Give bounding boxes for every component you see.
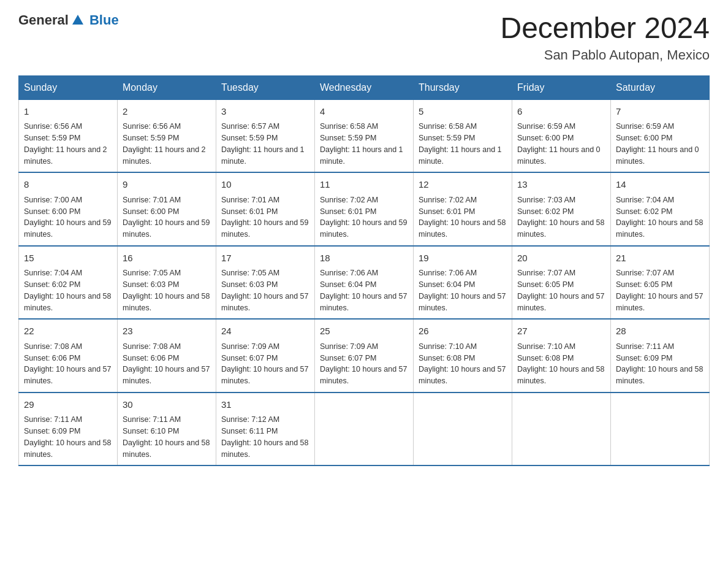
day-number: 18 [320,251,408,266]
day-number: 8 [24,178,112,192]
day-number: 7 [616,105,704,119]
calendar-week-1: 1 Sunrise: 6:56 AMSunset: 5:59 PMDayligh… [19,99,710,172]
day-info: Sunrise: 7:03 AMSunset: 6:02 PMDaylight:… [517,196,604,239]
day-info: Sunrise: 6:56 AMSunset: 5:59 PMDaylight:… [123,122,206,165]
calendar-cell: 8 Sunrise: 7:00 AMSunset: 6:00 PMDayligh… [19,172,118,246]
page-header: General Blue December 2024 San Pablo Aut… [18,12,710,63]
day-info: Sunrise: 7:11 AMSunset: 6:10 PMDaylight:… [123,415,210,458]
header-tuesday: Tuesday [216,75,315,99]
day-info: Sunrise: 7:09 AMSunset: 6:07 PMDaylight:… [320,342,407,385]
logo: General Blue [18,12,119,28]
calendar-cell: 28 Sunrise: 7:11 AMSunset: 6:09 PMDaylig… [611,319,710,393]
day-info: Sunrise: 7:10 AMSunset: 6:08 PMDaylight:… [419,342,506,385]
calendar-cell [414,393,512,466]
logo-triangle-icon [71,13,85,27]
day-number: 31 [221,398,309,412]
day-info: Sunrise: 7:00 AMSunset: 6:00 PMDaylight:… [24,196,111,239]
day-info: Sunrise: 6:58 AMSunset: 5:59 PMDaylight:… [419,122,502,165]
header-friday: Friday [512,75,611,99]
calendar-cell: 23 Sunrise: 7:08 AMSunset: 6:06 PMDaylig… [118,319,216,393]
calendar-cell: 10 Sunrise: 7:01 AMSunset: 6:01 PMDaylig… [216,172,315,246]
calendar-cell: 3 Sunrise: 6:57 AMSunset: 5:59 PMDayligh… [216,99,315,172]
calendar-cell: 26 Sunrise: 7:10 AMSunset: 6:08 PMDaylig… [414,319,512,393]
calendar-table: SundayMondayTuesdayWednesdayThursdayFrid… [18,75,710,467]
header-sunday: Sunday [19,75,118,99]
calendar-cell: 22 Sunrise: 7:08 AMSunset: 6:06 PMDaylig… [19,319,118,393]
calendar-title: December 2024 [500,12,710,45]
calendar-cell: 7 Sunrise: 6:59 AMSunset: 6:00 PMDayligh… [611,99,710,172]
day-info: Sunrise: 7:04 AMSunset: 6:02 PMDaylight:… [616,196,703,239]
calendar-cell: 5 Sunrise: 6:58 AMSunset: 5:59 PMDayligh… [414,99,512,172]
calendar-cell: 1 Sunrise: 6:56 AMSunset: 5:59 PMDayligh… [19,99,118,172]
calendar-cell [512,393,611,466]
calendar-subtitle: San Pablo Autopan, Mexico [500,47,710,63]
calendar-cell: 16 Sunrise: 7:05 AMSunset: 6:03 PMDaylig… [118,246,216,320]
calendar-cell: 14 Sunrise: 7:04 AMSunset: 6:02 PMDaylig… [611,172,710,246]
calendar-cell: 6 Sunrise: 6:59 AMSunset: 6:00 PMDayligh… [512,99,611,172]
day-number: 27 [517,324,605,339]
day-info: Sunrise: 7:02 AMSunset: 6:01 PMDaylight:… [320,196,407,239]
day-number: 15 [24,251,112,266]
calendar-cell: 20 Sunrise: 7:07 AMSunset: 6:05 PMDaylig… [512,246,611,320]
day-info: Sunrise: 7:02 AMSunset: 6:01 PMDaylight:… [419,196,506,239]
day-number: 9 [123,178,211,192]
day-number: 28 [616,324,704,339]
day-info: Sunrise: 7:05 AMSunset: 6:03 PMDaylight:… [123,269,210,312]
day-number: 5 [419,105,507,119]
day-info: Sunrise: 7:06 AMSunset: 6:04 PMDaylight:… [320,269,407,312]
calendar-cell: 25 Sunrise: 7:09 AMSunset: 6:07 PMDaylig… [315,319,414,393]
header-wednesday: Wednesday [315,75,414,99]
day-number: 24 [221,324,309,339]
day-info: Sunrise: 7:01 AMSunset: 6:00 PMDaylight:… [123,196,210,239]
header-monday: Monday [118,75,216,99]
calendar-week-2: 8 Sunrise: 7:00 AMSunset: 6:00 PMDayligh… [19,172,710,246]
calendar-cell: 29 Sunrise: 7:11 AMSunset: 6:09 PMDaylig… [19,393,118,466]
day-info: Sunrise: 7:07 AMSunset: 6:05 PMDaylight:… [616,269,703,312]
day-number: 22 [24,324,112,339]
calendar-cell: 31 Sunrise: 7:12 AMSunset: 6:11 PMDaylig… [216,393,315,466]
day-info: Sunrise: 6:57 AMSunset: 5:59 PMDaylight:… [221,122,305,165]
day-number: 6 [517,105,605,119]
calendar-cell: 19 Sunrise: 7:06 AMSunset: 6:04 PMDaylig… [414,246,512,320]
calendar-cell: 21 Sunrise: 7:07 AMSunset: 6:05 PMDaylig… [611,246,710,320]
day-number: 13 [517,178,605,192]
day-info: Sunrise: 7:04 AMSunset: 6:02 PMDaylight:… [24,269,111,312]
day-info: Sunrise: 6:58 AMSunset: 5:59 PMDaylight:… [320,122,403,165]
day-info: Sunrise: 6:59 AMSunset: 6:00 PMDaylight:… [517,122,601,165]
day-info: Sunrise: 7:07 AMSunset: 6:05 PMDaylight:… [517,269,604,312]
day-info: Sunrise: 7:06 AMSunset: 6:04 PMDaylight:… [419,269,506,312]
day-info: Sunrise: 7:05 AMSunset: 6:03 PMDaylight:… [221,269,308,312]
day-info: Sunrise: 7:08 AMSunset: 6:06 PMDaylight:… [123,342,210,385]
calendar-cell: 17 Sunrise: 7:05 AMSunset: 6:03 PMDaylig… [216,246,315,320]
day-number: 23 [123,324,211,339]
calendar-cell: 9 Sunrise: 7:01 AMSunset: 6:00 PMDayligh… [118,172,216,246]
day-number: 14 [616,178,704,192]
day-info: Sunrise: 7:09 AMSunset: 6:07 PMDaylight:… [221,342,308,385]
calendar-week-4: 22 Sunrise: 7:08 AMSunset: 6:06 PMDaylig… [19,319,710,393]
day-number: 12 [419,178,507,192]
calendar-cell: 12 Sunrise: 7:02 AMSunset: 6:01 PMDaylig… [414,172,512,246]
calendar-header-row: SundayMondayTuesdayWednesdayThursdayFrid… [19,75,710,99]
day-info: Sunrise: 7:08 AMSunset: 6:06 PMDaylight:… [24,342,111,385]
title-area: December 2024 San Pablo Autopan, Mexico [500,12,710,63]
day-number: 11 [320,178,408,192]
day-number: 20 [517,251,605,266]
day-info: Sunrise: 7:10 AMSunset: 6:08 PMDaylight:… [517,342,604,385]
day-info: Sunrise: 6:59 AMSunset: 6:00 PMDaylight:… [616,122,699,165]
day-number: 29 [24,398,112,412]
day-info: Sunrise: 7:11 AMSunset: 6:09 PMDaylight:… [616,342,703,385]
logo-text-general: General [18,12,69,28]
day-info: Sunrise: 6:56 AMSunset: 5:59 PMDaylight:… [24,122,107,165]
day-number: 19 [419,251,507,266]
day-number: 21 [616,251,704,266]
day-number: 10 [221,178,309,192]
day-info: Sunrise: 7:12 AMSunset: 6:11 PMDaylight:… [221,415,308,458]
calendar-cell: 4 Sunrise: 6:58 AMSunset: 5:59 PMDayligh… [315,99,414,172]
calendar-week-3: 15 Sunrise: 7:04 AMSunset: 6:02 PMDaylig… [19,246,710,320]
calendar-cell: 18 Sunrise: 7:06 AMSunset: 6:04 PMDaylig… [315,246,414,320]
day-info: Sunrise: 7:01 AMSunset: 6:01 PMDaylight:… [221,196,308,239]
logo-text-blue: Blue [89,12,119,28]
header-saturday: Saturday [611,75,710,99]
calendar-cell: 24 Sunrise: 7:09 AMSunset: 6:07 PMDaylig… [216,319,315,393]
calendar-cell: 27 Sunrise: 7:10 AMSunset: 6:08 PMDaylig… [512,319,611,393]
